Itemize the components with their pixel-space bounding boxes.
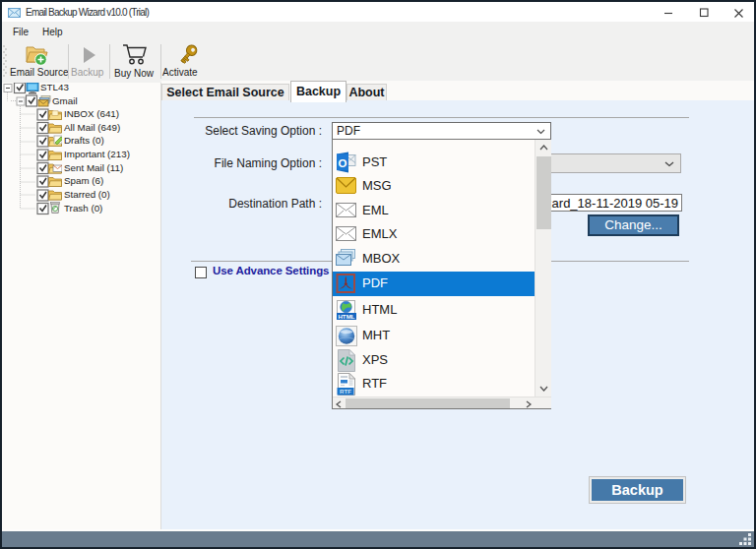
svg-text:RTF: RTF bbox=[340, 388, 351, 395]
svg-text:O: O bbox=[339, 157, 347, 169]
svg-text:HTML: HTML bbox=[338, 313, 354, 320]
